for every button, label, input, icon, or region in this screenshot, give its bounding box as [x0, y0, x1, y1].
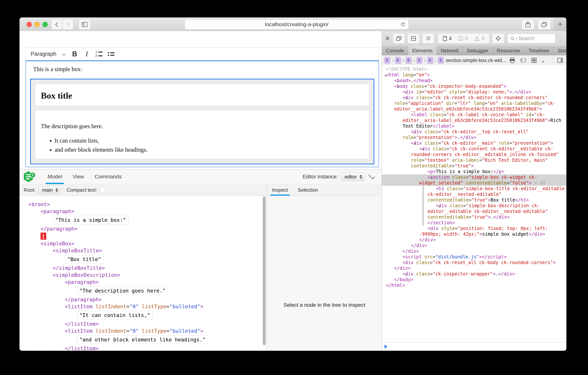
- devtools-tab-console[interactable]: Console: [382, 46, 408, 55]
- share-button[interactable]: [522, 19, 534, 30]
- details-sidebar-icon[interactable]: [557, 58, 563, 63]
- dom-tree-row[interactable]: ▼<div class="ck ck-reset ck-editor ck-ro…: [382, 95, 567, 112]
- collapse-node-icon[interactable]: ▼: [397, 96, 408, 101]
- model-node-close[interactable]: </simpleBoxTitle>: [53, 265, 262, 272]
- reload-page-button[interactable]: [422, 33, 434, 44]
- sidebar-toggle-button[interactable]: [79, 19, 91, 30]
- devtools-tab-timelines[interactable]: Timelines: [525, 46, 554, 55]
- devtools-tab-network[interactable]: Network: [437, 46, 463, 55]
- address-bar[interactable]: localhost/creating-a-plugin/: [185, 20, 409, 29]
- new-tab-button[interactable]: +: [554, 17, 567, 31]
- description-list[interactable]: It can contain lists,and other block ele…: [41, 137, 364, 153]
- model-node[interactable]: <listItem listIndent="0" listType="bulle…: [65, 303, 262, 310]
- minimize-window-button[interactable]: [34, 22, 40, 27]
- devtools-tab-resources[interactable]: Resources: [493, 46, 524, 55]
- dom-tree-row[interactable]: <h1 class="simple-box-title ck-editor__e…: [382, 186, 567, 203]
- devtools-tab-storage[interactable]: Storage: [554, 46, 567, 55]
- scrollbar-thumb[interactable]: [263, 197, 266, 345]
- dom-tree-row[interactable]: ▶<div class="simple-box-description ck-e…: [382, 203, 567, 220]
- dom-tree-row[interactable]: ▶<div id="editor" style="display: none;"…: [382, 89, 567, 95]
- dom-tree-row[interactable]: ▶<div class="ck ck-editor__top ck-reset_…: [382, 129, 567, 140]
- model-text-node[interactable]: "This is a simple box:": [53, 216, 128, 224]
- simple-box-title-area[interactable]: Box title: [35, 84, 369, 106]
- dom-tree-row[interactable]: </body>: [382, 277, 567, 283]
- dock-devtools-button[interactable]: [408, 33, 420, 44]
- model-text-node[interactable]: "It can contain lists,": [77, 311, 153, 320]
- dom-tree-row[interactable]: </section>: [382, 220, 567, 226]
- expand-node-icon[interactable]: ▶: [430, 204, 441, 209]
- model-node[interactable]: <paragraph>: [65, 278, 262, 286]
- model-node[interactable]: <simpleBoxDescription>: [53, 272, 262, 278]
- list-item[interactable]: and other block elements like headings.: [54, 146, 364, 153]
- dom-tree-row[interactable]: <label class="ck ck-label ck-voice-label…: [382, 112, 567, 129]
- root-select[interactable]: main: [38, 186, 60, 194]
- inspector-tab-model[interactable]: Model: [42, 169, 67, 184]
- italic-button[interactable]: I: [81, 49, 93, 59]
- print-icon[interactable]: [509, 57, 515, 63]
- element-picker-button[interactable]: [492, 33, 504, 44]
- source-code-icon[interactable]: [520, 58, 526, 63]
- dom-tree-row[interactable]: <!DOCTYPE html>: [382, 66, 567, 72]
- dom-tree-row[interactable]: <div style="position: fixed; top: 0px; l…: [382, 226, 567, 237]
- collapse-node-icon[interactable]: ▼: [414, 147, 424, 153]
- model-node-close[interactable]: </listItem>: [65, 345, 262, 351]
- dom-tree-row[interactable]: <div class="ck ck-reset_all ck-body ck-r…: [382, 260, 567, 271]
- model-node[interactable]: <simpleBoxTitle>: [53, 247, 262, 254]
- list-item[interactable]: It can contain lists,: [54, 137, 364, 144]
- intro-paragraph[interactable]: This is a simple box:: [33, 66, 378, 73]
- styles-brush-icon[interactable]: [542, 57, 547, 63]
- dom-tree-row[interactable]: </div>: [382, 237, 567, 243]
- description-paragraph[interactable]: The description goes here.: [41, 123, 364, 130]
- model-node-close[interactable]: </paragraph>: [65, 296, 262, 303]
- model-node[interactable]: <listItem listIndent="0" listType="bulle…: [65, 327, 262, 334]
- model-node[interactable]: <$root>: [28, 201, 262, 208]
- console-prompt[interactable]: [382, 342, 567, 351]
- dom-tree-row[interactable]: ▼<div class="ck ck-content ck-editor__ed…: [382, 146, 567, 169]
- heading-dropdown[interactable]: Paragraph: [31, 51, 69, 57]
- close-window-button[interactable]: [27, 22, 32, 27]
- dom-tree-row[interactable]: </html>: [382, 283, 567, 288]
- grid-overlay-icon[interactable]: [531, 58, 537, 63]
- simple-box-widget[interactable]: Box title The description goes here. It …: [30, 79, 374, 164]
- dom-tree-row[interactable]: ▼<html lang="en">: [382, 72, 567, 78]
- detach-devtools-button[interactable]: [393, 33, 405, 44]
- issues-summary[interactable]: 4 0: [438, 33, 490, 44]
- dom-tree-row[interactable]: <script src="dist/bundle.js"></script>: [382, 254, 567, 260]
- breadcrumb-element-badge[interactable]: E: [427, 57, 433, 64]
- reload-icon[interactable]: [400, 22, 406, 27]
- dom-tree-row[interactable]: <p>This is a simple box:</p>: [382, 169, 567, 174]
- inspector-tab-selection[interactable]: Selection: [293, 184, 323, 196]
- devtools-search-field[interactable]: ▾ Search: [508, 34, 556, 43]
- forward-button[interactable]: [62, 19, 73, 30]
- dom-tree-row[interactable]: ▼<div class="ck ck-editor__main" role="p…: [382, 140, 567, 146]
- tab-overview-button[interactable]: [538, 19, 551, 30]
- collapse-inspector-icon[interactable]: [368, 173, 375, 179]
- inspector-tab-inspect[interactable]: Inspect: [267, 184, 293, 196]
- inspector-tab-commands[interactable]: Commands: [89, 169, 127, 184]
- inspector-tab-view[interactable]: View: [67, 169, 89, 184]
- breadcrumb-element-badge[interactable]: E: [406, 57, 412, 64]
- breadcrumb-element-badge[interactable]: E: [395, 57, 401, 64]
- devtools-tab-elements[interactable]: Elements: [408, 46, 437, 55]
- collapse-node-icon[interactable]: ▼: [422, 175, 432, 181]
- simple-box-description-area[interactable]: The description goes here. It can contai…: [35, 110, 369, 159]
- model-text-node[interactable]: "Box title": [65, 255, 104, 264]
- model-node[interactable]: <simpleBox>: [41, 240, 262, 247]
- breadcrumb-element-badge[interactable]: E: [416, 57, 422, 64]
- model-node-close[interactable]: </listItem>: [65, 320, 262, 327]
- back-button[interactable]: [51, 19, 62, 30]
- dom-tree-row[interactable]: ▶<head>…</head>: [382, 78, 567, 83]
- model-node[interactable]: <paragraph>: [41, 208, 262, 215]
- dom-tree-row[interactable]: ▼<body class="ck-inspector-body-expanded…: [382, 83, 567, 89]
- devtools-tab-debugger[interactable]: Debugger: [463, 46, 493, 55]
- breadcrumb-element-badge[interactable]: E: [384, 57, 390, 64]
- bold-button[interactable]: B: [69, 49, 81, 59]
- zoom-window-button[interactable]: [42, 22, 48, 27]
- model-text-node[interactable]: "and other block elements like headings.…: [77, 335, 208, 344]
- bulleted-list-button[interactable]: [105, 49, 117, 59]
- breadcrumb-current-element[interactable]: section.simple-box.ck-wid…: [446, 57, 507, 63]
- dom-tree-row[interactable]: ▼<section class="simple-box ck-widget ck…: [382, 174, 567, 186]
- breadcrumb-element-badge[interactable]: E: [438, 57, 444, 64]
- dom-tree-row[interactable]: ▶<div class="ck-inspector-wrapper">…</di…: [382, 271, 567, 277]
- close-devtools-button[interactable]: ✕: [385, 35, 390, 42]
